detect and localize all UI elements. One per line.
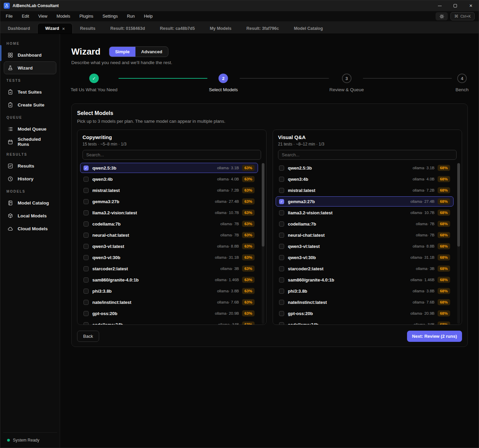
checkbox-unchecked[interactable] xyxy=(279,233,284,238)
model-row[interactable]: sam860/granite-4.0:1bollama· 1.46B63% xyxy=(80,275,258,285)
close-button[interactable]: ✕ xyxy=(463,0,479,11)
list-scrollbar[interactable] xyxy=(457,163,460,324)
scrollbar-thumb[interactable] xyxy=(457,163,460,247)
sidebar-item-create-suite[interactable]: Create Suite xyxy=(4,98,56,111)
model-row[interactable]: sam860/granite-4.0:1bollama· 1.46B68% xyxy=(276,275,454,285)
checkbox-unchecked[interactable] xyxy=(279,221,284,227)
sidebar-item-cloud-models[interactable]: Cloud Models xyxy=(4,222,56,235)
model-row[interactable]: nate/instinct:latestollama· 7.6B63% xyxy=(80,297,258,307)
checkbox-unchecked[interactable] xyxy=(84,266,89,271)
menu-plugins[interactable]: Plugins xyxy=(79,14,93,19)
tab-results[interactable]: Results xyxy=(73,23,103,34)
checkbox-unchecked[interactable] xyxy=(84,244,89,249)
checkbox-unchecked[interactable] xyxy=(84,277,89,283)
checkbox-unchecked[interactable] xyxy=(84,233,89,238)
model-row[interactable]: qwen3:4bollama· 4.0B68% xyxy=(276,174,454,184)
checkbox-unchecked[interactable] xyxy=(84,289,89,294)
model-row[interactable]: codellama:7bollama· 7B63% xyxy=(80,219,258,229)
tab-result-ca48b7d5[interactable]: Result: ca48b7d5 xyxy=(152,23,202,34)
checkbox-unchecked[interactable] xyxy=(279,165,284,171)
sidebar-item-model-queue[interactable]: Model Queue xyxy=(4,122,56,135)
theme-toggle-button[interactable] xyxy=(436,12,448,20)
model-row[interactable]: gemma3:27bollama· 27.4B63% xyxy=(80,196,258,207)
minimize-button[interactable] xyxy=(432,0,447,11)
checkbox-unchecked[interactable] xyxy=(279,277,284,283)
tab-result-3faf796c[interactable]: Result: 3faf796c xyxy=(239,23,287,34)
checkbox-unchecked[interactable] xyxy=(84,177,89,182)
model-row[interactable]: neural-chat:latestollama· 7B63% xyxy=(80,230,258,240)
checkbox-unchecked[interactable] xyxy=(84,255,89,260)
checkbox-unchecked[interactable] xyxy=(84,199,89,204)
model-row[interactable]: qwen3:4bollama· 4.0B63% xyxy=(80,174,258,184)
checkbox-unchecked[interactable] xyxy=(84,311,89,316)
tab-my-models[interactable]: My Models xyxy=(202,23,239,34)
tab-dashboard[interactable]: Dashboard xyxy=(0,23,37,34)
model-row[interactable]: codellama:34bollama· 34B68% xyxy=(276,319,454,325)
tab-close-icon[interactable]: × xyxy=(62,26,65,31)
checkbox-unchecked[interactable] xyxy=(279,188,284,193)
checkbox-checked[interactable]: ✓ xyxy=(84,165,89,171)
model-row[interactable]: neural-chat:latestollama· 7B68% xyxy=(276,230,454,240)
maximize-button[interactable] xyxy=(447,0,463,11)
menu-settings[interactable]: Settings xyxy=(103,14,118,19)
checkbox-unchecked[interactable] xyxy=(84,188,89,193)
sidebar-item-local-models[interactable]: Local Models xyxy=(4,209,56,222)
menu-models[interactable]: Models xyxy=(57,14,70,19)
sidebar-item-test-suites[interactable]: Test Suites xyxy=(4,85,56,98)
model-row[interactable]: starcoder2:latestollama· 3B68% xyxy=(276,264,454,274)
checkbox-unchecked[interactable] xyxy=(279,300,284,305)
search-input[interactable] xyxy=(82,150,261,160)
model-row[interactable]: codellama:7bollama· 7B68% xyxy=(276,219,454,229)
checkbox-checked[interactable]: ✓ xyxy=(279,199,284,204)
checkbox-unchecked[interactable] xyxy=(279,289,284,294)
sidebar-item-model-catalog[interactable]: Model Catalog xyxy=(4,196,56,209)
model-row[interactable]: qwen3-vl:latestollama· 8.8B63% xyxy=(80,241,258,251)
next-review-button[interactable]: Next: Review (2 runs) xyxy=(407,331,462,342)
menu-file[interactable]: File xyxy=(6,14,13,19)
model-row[interactable]: gpt-oss:20bollama· 20.9B63% xyxy=(80,308,258,318)
tab-wizard[interactable]: Wizard× xyxy=(37,23,72,34)
model-row[interactable]: qwen3-vl:30bollama· 31.1B68% xyxy=(276,252,454,262)
model-row[interactable]: ✓qwen2.5:3bollama· 3.1B63% xyxy=(80,163,258,173)
mode-option-simple[interactable]: Simple xyxy=(109,47,135,57)
sidebar-item-scheduled-runs[interactable]: Scheduled Runs xyxy=(4,135,56,148)
model-row[interactable]: phi3:3.8bollama· 3.8B68% xyxy=(276,286,454,296)
model-row[interactable]: nate/instinct:latestollama· 7.6B68% xyxy=(276,297,454,307)
checkbox-unchecked[interactable] xyxy=(279,255,284,260)
checkbox-unchecked[interactable] xyxy=(279,266,284,271)
sidebar-item-wizard[interactable]: Wizard xyxy=(4,61,56,74)
sidebar-item-results[interactable]: Results xyxy=(4,159,56,172)
model-row[interactable]: codellama:34bollama· 34B63% xyxy=(80,319,258,325)
search-input[interactable] xyxy=(278,150,457,160)
model-row[interactable]: qwen3-vl:latestollama· 8.8B68% xyxy=(276,241,454,251)
checkbox-unchecked[interactable] xyxy=(279,311,284,316)
checkbox-unchecked[interactable] xyxy=(84,210,89,215)
tab-model-catalog[interactable]: Model Catalog xyxy=(287,23,330,34)
sidebar-item-history[interactable]: History xyxy=(4,172,56,185)
checkbox-unchecked[interactable] xyxy=(279,210,284,215)
menu-edit[interactable]: Edit xyxy=(22,14,29,19)
model-row[interactable]: qwen3-vl:30bollama· 31.1B63% xyxy=(80,252,258,262)
checkbox-unchecked[interactable] xyxy=(279,244,284,249)
menu-run[interactable]: Run xyxy=(127,14,135,19)
command-palette-button[interactable]: ⌘ Ctrl+K xyxy=(450,12,475,20)
checkbox-unchecked[interactable] xyxy=(279,322,284,325)
sidebar-item-dashboard[interactable]: Dashboard xyxy=(4,48,56,61)
scrollbar-thumb[interactable] xyxy=(262,163,264,247)
model-row[interactable]: mistral:latestollama· 7.2B63% xyxy=(80,185,258,195)
list-scrollbar[interactable] xyxy=(262,163,264,324)
model-row[interactable]: qwen2.5:3bollama· 3.1B68% xyxy=(276,163,454,173)
model-row[interactable]: ✓gemma3:27bollama· 27.4B68% xyxy=(276,196,454,207)
menu-help[interactable]: Help xyxy=(144,14,153,19)
menu-view[interactable]: View xyxy=(38,14,48,19)
checkbox-unchecked[interactable] xyxy=(279,177,284,182)
checkbox-unchecked[interactable] xyxy=(84,221,89,227)
model-row[interactable]: phi3:3.8bollama· 3.8B63% xyxy=(80,286,258,296)
model-row[interactable]: mistral:latestollama· 7.2B68% xyxy=(276,185,454,195)
tab-result-0158463d[interactable]: Result: 0158463d xyxy=(103,23,152,34)
mode-option-advanced[interactable]: Advanced xyxy=(135,47,168,57)
back-button[interactable]: Back xyxy=(77,331,99,342)
checkbox-unchecked[interactable] xyxy=(84,322,89,325)
model-row[interactable]: gpt-oss:20bollama· 20.9B68% xyxy=(276,308,454,318)
model-row[interactable]: starcoder2:latestollama· 3B63% xyxy=(80,264,258,274)
